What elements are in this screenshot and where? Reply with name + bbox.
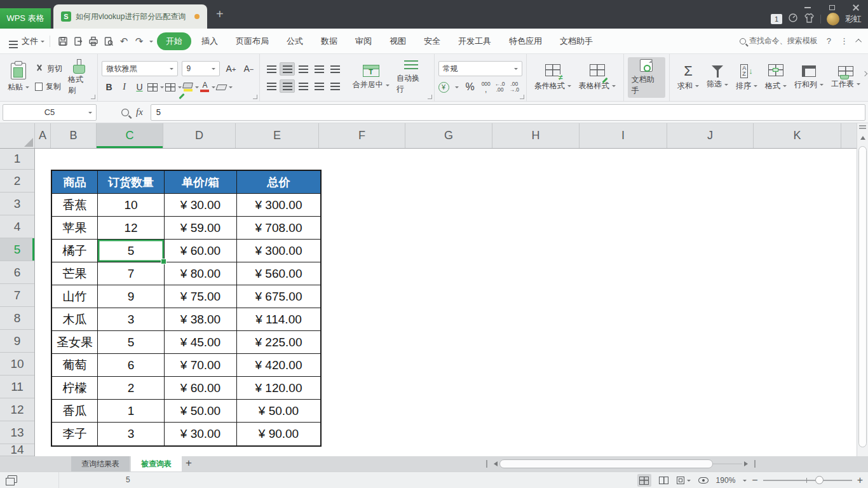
- paste-button[interactable]: 粘贴: [4, 57, 33, 98]
- cell-E7[interactable]: ¥ 675.00: [237, 285, 320, 308]
- cell-style-button[interactable]: [165, 80, 182, 94]
- split-handle-icon[interactable]: [859, 125, 866, 126]
- cell-D12[interactable]: ¥ 50.00: [165, 400, 237, 423]
- align-top-button[interactable]: [264, 62, 279, 76]
- cell-E5[interactable]: ¥ 300.00: [237, 240, 320, 262]
- column-header-F[interactable]: F: [319, 123, 405, 148]
- file-menu[interactable]: 文件: [22, 36, 38, 47]
- zoom-formula-icon[interactable]: [121, 109, 129, 116]
- column-header-G[interactable]: G: [405, 123, 492, 148]
- italic-button[interactable]: I: [117, 80, 131, 94]
- font-name-select[interactable]: 微软雅黑: [102, 61, 178, 76]
- column-header-I[interactable]: I: [580, 123, 667, 148]
- menu-tab-数据[interactable]: 数据: [312, 32, 346, 50]
- cell-E3[interactable]: ¥ 300.00: [237, 194, 320, 217]
- print-preview-button[interactable]: [101, 34, 116, 48]
- increase-font-button[interactable]: A+: [224, 62, 238, 76]
- clear-format-button[interactable]: [217, 80, 233, 94]
- export-pdf-button[interactable]: [71, 34, 86, 48]
- eye-protect-button[interactable]: [696, 474, 710, 487]
- save-button[interactable]: [55, 34, 71, 48]
- name-box[interactable]: C5: [3, 104, 97, 121]
- cell-E4[interactable]: ¥ 708.00: [237, 217, 320, 240]
- column-header-J[interactable]: J: [667, 123, 754, 148]
- redo-button[interactable]: ↷: [132, 34, 147, 48]
- decrease-font-button[interactable]: A−: [241, 62, 255, 76]
- zoom-in-button[interactable]: +: [857, 475, 863, 485]
- cell-B3[interactable]: 香蕉: [52, 194, 98, 217]
- row-header-9[interactable]: 9: [0, 330, 34, 353]
- scroll-up-icon[interactable]: [860, 133, 865, 140]
- cell-E9[interactable]: ¥ 225.00: [237, 331, 320, 354]
- sheet-tab-被查询表[interactable]: 被查询表: [131, 456, 182, 471]
- cell-C5[interactable]: 5: [98, 240, 165, 262]
- decrease-decimal-button[interactable]: ←.0.00: [495, 81, 505, 93]
- cell-D8[interactable]: ¥ 38.00: [165, 308, 237, 331]
- cell-B8[interactable]: 木瓜: [52, 308, 98, 331]
- justify-button[interactable]: [311, 79, 327, 93]
- row-header-13[interactable]: 13: [0, 421, 34, 444]
- cell-D7[interactable]: ¥ 75.00: [165, 285, 237, 308]
- cell-D3[interactable]: ¥ 30.00: [165, 194, 237, 217]
- increase-indent-button[interactable]: [327, 62, 342, 76]
- column-header-K[interactable]: K: [754, 123, 841, 148]
- cell-B12[interactable]: 香瓜: [52, 400, 98, 423]
- rows-cols-button[interactable]: 行和列: [790, 57, 827, 98]
- increase-decimal-button[interactable]: .00→.0: [509, 81, 519, 93]
- document-tab[interactable]: S 如何用vlookup进行部分匹配查询: [53, 4, 207, 29]
- menu-tab-文档助手[interactable]: 文档助手: [551, 32, 602, 50]
- cell-E13[interactable]: ¥ 90.00: [237, 423, 320, 445]
- wrap-text-button[interactable]: 自动换行: [393, 57, 430, 98]
- cell-B13[interactable]: 李子: [52, 423, 98, 445]
- align-middle-button[interactable]: [280, 62, 295, 76]
- cell-E8[interactable]: ¥ 114.00: [237, 308, 320, 331]
- row-header-5[interactable]: 5: [0, 238, 34, 261]
- sum-button[interactable]: Σ 求和: [674, 57, 703, 98]
- zoom-slider[interactable]: [763, 480, 852, 481]
- maximize-button[interactable]: [820, 0, 844, 15]
- menu-tab-插入[interactable]: 插入: [193, 32, 227, 50]
- cell-C3[interactable]: 10: [98, 194, 165, 217]
- normal-view-button[interactable]: [637, 474, 651, 487]
- table-style-button[interactable]: 表格样式: [575, 57, 620, 98]
- zoom-slider-handle[interactable]: [815, 476, 824, 484]
- merge-center-button[interactable]: T 合并居中: [349, 57, 392, 98]
- row-header-12[interactable]: 12: [0, 398, 34, 421]
- cell-B6[interactable]: 芒果: [52, 262, 98, 285]
- row-header-3[interactable]: 3: [0, 193, 34, 215]
- column-header-E[interactable]: E: [236, 123, 319, 148]
- underline-button[interactable]: U: [132, 80, 146, 94]
- cell-B4[interactable]: 苹果: [52, 217, 98, 240]
- cell-C9[interactable]: 5: [98, 331, 165, 354]
- horizontal-scrollbar[interactable]: [484, 459, 757, 469]
- fill-color-button[interactable]: [183, 80, 199, 94]
- cell-D5[interactable]: ¥ 60.00: [165, 240, 237, 262]
- row-header-2[interactable]: 2: [0, 170, 34, 193]
- close-button[interactable]: [844, 0, 868, 15]
- cell-C4[interactable]: 12: [98, 217, 165, 240]
- cell-D6[interactable]: ¥ 80.00: [165, 262, 237, 285]
- insert-function-button[interactable]: fx: [136, 107, 143, 118]
- cell-B11[interactable]: 柠檬: [52, 377, 98, 400]
- decrease-indent-button[interactable]: [311, 62, 327, 76]
- doc-assistant-button[interactable]: 文档助手: [628, 57, 665, 98]
- page-layout-view-button[interactable]: [677, 474, 691, 487]
- row-header-11[interactable]: 11: [0, 376, 34, 398]
- cell-C13[interactable]: 3: [98, 423, 165, 445]
- number-format-select[interactable]: 常规: [438, 61, 522, 76]
- column-header-A[interactable]: A: [35, 123, 51, 148]
- cell-E6[interactable]: ¥ 560.00: [237, 262, 320, 285]
- notification-badge[interactable]: 1: [771, 14, 782, 24]
- formula-input[interactable]: 5: [151, 104, 865, 121]
- cell-C6[interactable]: 7: [98, 262, 165, 285]
- row-header-4[interactable]: 4: [0, 215, 34, 238]
- cut-button[interactable]: 剪切: [33, 62, 64, 76]
- row-header-14[interactable]: 14: [0, 444, 34, 456]
- horizontal-scroll-track[interactable]: [713, 463, 743, 464]
- sheet-tab-查询结果表[interactable]: 查询结果表: [71, 456, 130, 471]
- font-size-select[interactable]: 9: [182, 61, 220, 76]
- app-logo[interactable]: WPS 表格: [0, 8, 51, 29]
- command-search[interactable]: 查找命令、搜索模板: [740, 36, 818, 46]
- horizontal-scroll-thumb[interactable]: [499, 459, 713, 468]
- cell-C8[interactable]: 3: [98, 308, 165, 331]
